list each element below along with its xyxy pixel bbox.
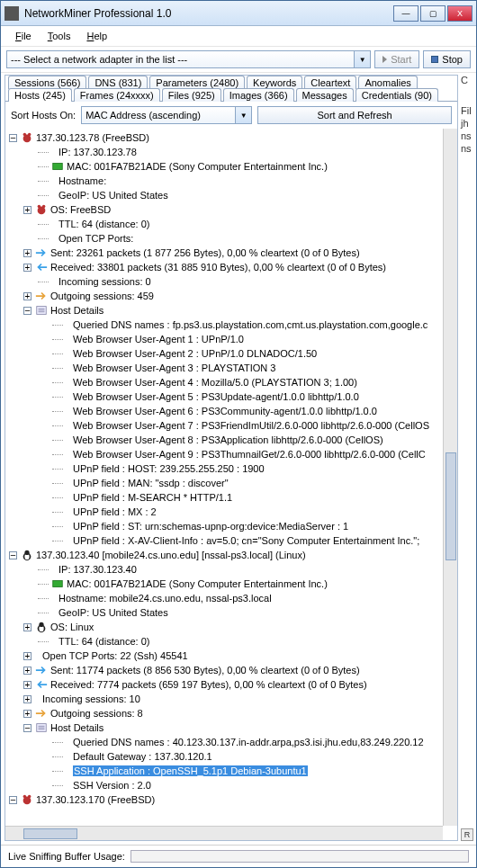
start-label: Start xyxy=(391,54,411,65)
host-recv[interactable]: Received: 7774 packets (659 197 Bytes), … xyxy=(9,677,454,692)
host-outgoing[interactable]: Outgoing sessions: 8 xyxy=(9,706,454,720)
svg-point-5 xyxy=(38,205,41,209)
tab-keywords[interactable]: Keywords xyxy=(247,76,302,89)
host-detail-item: Web Browser User-Agent 3 : PLAYSTATION 3 xyxy=(9,361,454,375)
host-node[interactable]: 137.30.123.78 (FreeBSD) xyxy=(9,130,454,145)
tree-label: Queried DNS names : 40.123.30.137.in-add… xyxy=(73,737,424,747)
expand-icon[interactable] xyxy=(23,264,32,272)
svg-point-2 xyxy=(28,133,32,137)
menu-help[interactable]: Help xyxy=(79,29,114,43)
tab-frames[interactable]: Frames (24xxxx) xyxy=(74,88,160,102)
svg-point-17 xyxy=(39,622,43,627)
sort-refresh-button[interactable]: Sort and Refresh xyxy=(257,106,452,124)
tree-label: Received: 7774 packets (659 197 Bytes), … xyxy=(50,679,367,690)
stop-button[interactable]: Stop xyxy=(423,50,471,68)
tree-label: Host Details xyxy=(50,722,104,733)
vertical-scrollbar[interactable] xyxy=(443,129,457,826)
sort-refresh-label: Sort and Refresh xyxy=(317,110,392,121)
minimize-button[interactable]: — xyxy=(393,5,418,22)
start-button[interactable]: Start xyxy=(374,50,419,68)
menu-bar: File Tools Help xyxy=(1,26,476,47)
tab-dns[interactable]: DNS (831) xyxy=(88,76,148,89)
host-detail-item: Web Browser User-Agent 7 : PS3FriendImUt… xyxy=(9,418,454,433)
tree-label: Sent: 11774 packets (8 856 530 Bytes), 0… xyxy=(50,665,360,676)
bsd-os-icon xyxy=(35,203,48,216)
collapse-icon[interactable] xyxy=(9,796,17,804)
host-hostname: Hostname: xyxy=(9,174,454,188)
collapse-icon[interactable] xyxy=(23,724,32,732)
adapter-combo[interactable]: --- Select a network adapter in the list… xyxy=(6,50,371,68)
chevron-down-icon[interactable]: ▼ xyxy=(354,51,370,67)
host-detail-item: UPnP field : MAN: "ssdp : discover" xyxy=(9,476,454,490)
host-sent[interactable]: Sent: 23261 packets (1 877 256 Bytes), 0… xyxy=(9,246,454,260)
arrow-right-orange-icon xyxy=(35,290,48,302)
arrow-left-icon xyxy=(35,261,48,273)
expand-icon[interactable] xyxy=(23,623,32,631)
tab-credentials[interactable]: Credentials (90) xyxy=(356,88,438,102)
status-label: Live Sniffing Buffer Usage: xyxy=(8,851,125,862)
tree-label: Outgoing sessions: 459 xyxy=(50,291,154,301)
stop-icon xyxy=(431,56,438,63)
sort-combo[interactable]: MAC Address (ascending) ▼ xyxy=(81,106,252,124)
expand-icon[interactable] xyxy=(23,710,32,718)
expand-icon[interactable] xyxy=(23,667,32,675)
tree-scroll[interactable]: 137.30.123.78 (FreeBSD)IP: 137.30.123.78… xyxy=(5,129,457,840)
host-openports: Open TCP Ports: xyxy=(9,231,454,246)
host-os[interactable]: OS: FreeBSD xyxy=(9,202,454,217)
horizontal-scrollbar[interactable] xyxy=(5,826,443,840)
menu-file[interactable]: File xyxy=(8,29,39,43)
tab-files[interactable]: Files (925) xyxy=(162,88,221,102)
host-incoming[interactable]: Incoming sessions: 10 xyxy=(9,692,454,706)
host-mac: MAC: 001FA7B21ADE (Sony Computer Enterta… xyxy=(9,159,454,174)
buffer-progress xyxy=(130,850,469,863)
host-detail-item: Web Browser User-Agent 9 : PS3ThumnailGe… xyxy=(9,447,454,461)
expand-icon[interactable] xyxy=(23,652,32,660)
title-bar: NetworkMiner Professional 1.0 — ▢ X xyxy=(1,1,476,26)
host-recv[interactable]: Received: 33801 packets (31 885 910 Byte… xyxy=(9,260,454,274)
tab-images[interactable]: Images (366) xyxy=(223,88,294,102)
host-node[interactable]: 137.30.123.40 [mobile24.cs.uno.edu] [nss… xyxy=(9,548,454,562)
host-details[interactable]: Host Details xyxy=(9,303,454,318)
right-ns2: ns xyxy=(461,143,472,154)
tab-cleartext[interactable]: Cleartext xyxy=(304,76,356,89)
collapse-icon[interactable] xyxy=(9,551,17,559)
menu-tools[interactable]: Tools xyxy=(40,29,78,43)
expand-icon[interactable] xyxy=(23,206,32,214)
tree-label: MAC: 001FA7B21ADE (Sony Computer Enterta… xyxy=(67,161,328,172)
host-ip: IP: 137.30.123.40 xyxy=(9,562,454,577)
tree-label: IP: 137.30.123.78 xyxy=(58,147,137,157)
tab-messages[interactable]: Messages xyxy=(296,88,354,102)
close-button[interactable]: X xyxy=(447,5,472,22)
tab-parameters[interactable]: Parameters (2480) xyxy=(149,76,245,89)
tree-label: GeoIP: US United States xyxy=(58,607,168,618)
host-sent[interactable]: Sent: 11774 packets (8 856 530 Bytes), 0… xyxy=(9,663,454,677)
tree-label: Hostname: mobile24.cs.uno.edu, nssal-ps3… xyxy=(58,593,272,604)
tab-sessions[interactable]: Sessions (566) xyxy=(8,76,86,89)
bsd-os-icon xyxy=(21,131,33,144)
tree-label: Web Browser User-Agent 5 : PS3Update-age… xyxy=(73,391,359,402)
expand-icon[interactable] xyxy=(23,292,32,300)
tab-anomalies[interactable]: Anomalies xyxy=(358,76,417,89)
arrow-right-orange-icon xyxy=(35,707,48,720)
arrow-right-icon xyxy=(35,246,48,259)
host-openports[interactable]: Open TCP Ports: 22 (Ssh) 45541 xyxy=(9,649,454,663)
expand-icon[interactable] xyxy=(23,695,32,703)
right-r-button[interactable]: R xyxy=(461,828,473,841)
host-os[interactable]: OS: Linux xyxy=(9,620,454,634)
tab-row-1: Sessions (566) DNS (831) Parameters (248… xyxy=(5,76,457,89)
tree-label: UPnP field : ST: urn:schemas-upnp-org:de… xyxy=(73,521,348,532)
collapse-icon[interactable] xyxy=(23,307,32,315)
host-hostname: Hostname: mobile24.cs.uno.edu, nssal-ps3… xyxy=(9,591,454,605)
tree-label: Web Browser User-Agent 4 : Mozilla/5.0 (… xyxy=(73,377,357,388)
collapse-icon[interactable] xyxy=(9,134,17,142)
expand-icon[interactable] xyxy=(23,681,32,689)
chevron-down-icon[interactable]: ▼ xyxy=(235,107,251,123)
menu-tools-label: ools xyxy=(52,31,70,41)
host-node[interactable]: 137.30.123.170 (FreeBSD) xyxy=(9,792,454,807)
tab-hosts[interactable]: Hosts (245) xyxy=(8,88,72,102)
maximize-button[interactable]: ▢ xyxy=(420,5,446,22)
host-outgoing[interactable]: Outgoing sessions: 459 xyxy=(9,289,454,303)
svg-rect-3 xyxy=(53,164,63,170)
host-details[interactable]: Host Details xyxy=(9,720,454,735)
expand-icon[interactable] xyxy=(23,249,32,257)
